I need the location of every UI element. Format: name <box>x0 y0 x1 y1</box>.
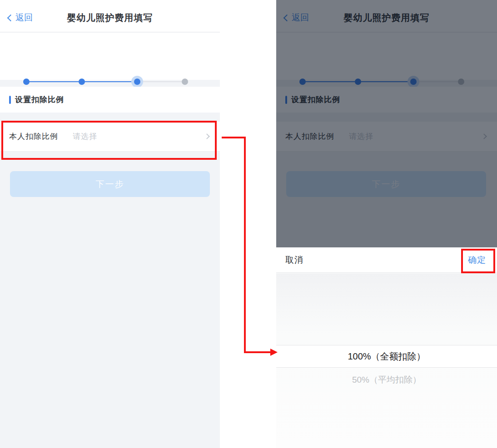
section-title: 设置扣除比例 <box>15 94 64 105</box>
picker-cancel-button[interactable]: 取消 <box>285 254 303 266</box>
step-dot-2 <box>79 79 85 85</box>
picker-header: 取消 确定 <box>276 247 497 273</box>
step-dot-1 <box>23 79 30 85</box>
section-accent-bar <box>9 96 11 104</box>
phone-screen-form: 返回 婴幼儿照护费用填写 基本信息 子女信息 设置扣除比例 申报方式 设置扣除比… <box>0 0 220 448</box>
step-dot-3-active <box>134 79 140 85</box>
annotation-arrow <box>218 132 282 359</box>
picker-option-100-percent[interactable]: 100%（全额扣除） <box>276 345 497 368</box>
screenshot-canvas: 返回 婴幼儿照护费用填写 基本信息 子女信息 设置扣除比例 申报方式 设置扣除比… <box>0 0 497 448</box>
next-step-button[interactable]: 下一步 <box>10 171 210 197</box>
step-track-todo <box>137 81 185 82</box>
back-chevron-icon <box>7 14 15 21</box>
field-placeholder: 请选择 <box>73 131 97 142</box>
nav-bar: 返回 婴幼儿照护费用填写 <box>0 0 220 32</box>
picker-confirm-button[interactable]: 确定 <box>468 254 486 266</box>
phone-screen-picker: 返回 婴幼儿照护费用填写 基本信息 子女信息 设置扣除比例 申报方式 设置扣除比… <box>276 0 497 448</box>
ratio-picker-sheet: 取消 确定 100%（全额扣除） 50%（平均扣除） <box>276 247 497 448</box>
section-header: 设置扣除比例 <box>0 87 220 113</box>
step-dot-4 <box>182 79 188 85</box>
modal-dim-overlay[interactable] <box>276 0 497 247</box>
page-title: 婴幼儿照护费用填写 <box>27 12 193 24</box>
deduction-ratio-field[interactable]: 本人扣除比例 请选择 <box>0 122 220 152</box>
field-label: 本人扣除比例 <box>9 131 58 142</box>
chevron-right-icon <box>204 133 210 139</box>
step-progress: 基本信息 子女信息 设置扣除比例 申报方式 <box>0 33 220 80</box>
picker-option-50-percent[interactable]: 50%（平均扣除） <box>276 374 497 386</box>
